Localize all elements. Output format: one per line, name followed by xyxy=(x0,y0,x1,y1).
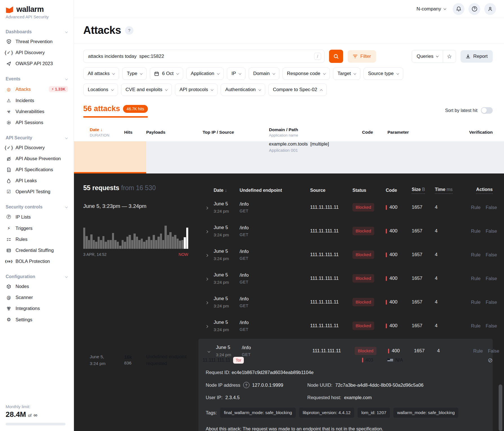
sidebar-item-api-abuse-prevention[interactable]: API Abuse Prevention xyxy=(0,153,74,164)
sidebar-nav: Dashboards Threat Prevention {✓} API Dis… xyxy=(0,22,74,325)
main-content: N-company Attacks ? / xyxy=(74,0,504,431)
sort-toggle[interactable] xyxy=(481,107,493,114)
sidebar-item-scanner[interactable]: @ Scanner xyxy=(0,292,74,303)
chevron-down-icon xyxy=(112,72,115,75)
filter-chip-target[interactable]: Target xyxy=(333,67,360,80)
sidebar-item-triggers[interactable]: ⚡ Triggers xyxy=(0,223,74,234)
sidebar-item-openapi-testing[interactable]: ☑ OpenAPI Testing xyxy=(0,186,74,197)
sidebar-item-nodes[interactable]: Nodes xyxy=(0,281,74,292)
report-button[interactable]: Report xyxy=(461,50,493,63)
sidebar-item-incidents[interactable]: ⚠ Incidents xyxy=(0,95,74,106)
sidebar-item-api-sessions[interactable]: API Sessions xyxy=(0,117,74,128)
attack-top-ip[interactable]: 11.111.111.11 Tor xyxy=(203,357,269,364)
filter-chip-application[interactable]: Application xyxy=(186,67,224,80)
notifications-button[interactable] xyxy=(453,3,464,15)
chevron-down-icon[interactable] xyxy=(208,350,211,353)
filter-chip-api-protocols[interactable]: API protocols xyxy=(175,83,218,96)
profile-button[interactable] xyxy=(484,3,496,15)
rcol-date[interactable]: Date ↓ xyxy=(214,188,240,193)
help-button[interactable] xyxy=(468,3,480,15)
col-parameter: Parameter xyxy=(387,130,461,135)
chevron-right-icon[interactable] xyxy=(205,206,208,209)
sidebar-item-api-leaks[interactable]: API Leaks xyxy=(0,175,74,186)
filter-chip-date[interactable]: 6 Oct xyxy=(150,67,183,80)
chevron-down-icon xyxy=(65,136,68,139)
sidebar-item-bola-protection[interactable]: {ɪᴅ} BOLA Protection xyxy=(0,256,74,267)
sidebar-item-vulnerabilities[interactable]: ☣ Vulnerabilities xyxy=(0,106,74,117)
queries-button[interactable]: Queries xyxy=(412,50,443,63)
section-api-security[interactable]: API Security xyxy=(0,134,74,142)
filter-chip-response-code[interactable]: Response code xyxy=(282,67,330,80)
filter-chip-compare-spec[interactable]: Compare to Spec-02 xyxy=(268,83,327,96)
attack-payload[interactable]: Undefined endpoint requested xyxy=(146,353,189,367)
filter-chip-domain[interactable]: Domain xyxy=(249,67,279,80)
chevron-right-icon[interactable] xyxy=(205,254,208,257)
sidebar-item-label: API Sessions xyxy=(16,120,43,125)
sidebar-item-ip-lists[interactable]: Ⓟ IP Lists xyxy=(0,211,74,223)
chevron-right-icon[interactable] xyxy=(205,278,208,280)
col-verification: Verification xyxy=(461,130,493,135)
calendar-icon xyxy=(154,71,159,76)
col-domain: Domain / Path xyxy=(269,127,298,132)
chevron-down-icon xyxy=(396,72,399,75)
search-button[interactable] xyxy=(329,50,343,63)
chevron-down-icon xyxy=(217,72,220,75)
chevron-down-icon[interactable] xyxy=(82,359,84,362)
sidebar-item-integrations[interactable]: Integrations xyxy=(0,303,74,314)
toggle-knob xyxy=(481,108,487,113)
chevron-right-icon[interactable] xyxy=(205,230,208,233)
chevron-right-icon[interactable] xyxy=(205,325,208,328)
attacks-count: 56 attacks xyxy=(83,104,120,113)
filter-chip-ip[interactable]: IP xyxy=(227,67,246,80)
top-bar: N-company xyxy=(74,0,504,18)
company-selector[interactable]: N-company xyxy=(417,6,446,12)
filter-chip-type[interactable]: Type xyxy=(122,67,147,80)
filter-chip-cve[interactable]: CVE and exploits xyxy=(121,83,172,96)
queries-group: Queries ☆ xyxy=(412,50,456,63)
section-security-controls[interactable]: Security controls xyxy=(0,203,74,211)
requests-histogram[interactable] xyxy=(83,226,188,249)
col-date[interactable]: Date ↓ xyxy=(90,127,103,132)
filter-button[interactable]: Filter xyxy=(348,50,376,63)
section-dashboards[interactable]: Dashboards xyxy=(0,28,74,36)
attack-domain[interactable]: example.com.tools [multiple] Application… xyxy=(269,141,362,431)
chevron-down-icon xyxy=(436,54,439,57)
attack-parameter: N/A xyxy=(387,358,461,363)
sidebar-item-settings[interactable]: ⚙ Settings xyxy=(0,314,74,325)
sidebar-item-label: Vulnerabilities xyxy=(16,109,44,114)
chevron-right-icon[interactable] xyxy=(205,301,208,304)
sidebar-item-owasp-api-2023[interactable]: OWASP API 2023 xyxy=(0,58,74,69)
filter-chip-locations[interactable]: Locations xyxy=(83,83,118,96)
brand-name: wallarm xyxy=(16,5,44,14)
sidebar-item-rules[interactable]: Rules xyxy=(0,234,74,245)
chevron-down-icon xyxy=(323,72,326,75)
sidebar-item-credential-stuffing[interactable]: Credential Stuffing xyxy=(0,245,74,256)
chevron-down-icon xyxy=(354,72,356,75)
sidebar-item-threat-prevention[interactable]: Threat Prevention xyxy=(0,36,74,47)
filter-chip-authentication[interactable]: Authentication xyxy=(221,83,265,96)
filter-chip-source-type[interactable]: Source type xyxy=(363,67,403,80)
sidebar-item-attacks[interactable]: ◎ Attacks ⚡1.33K xyxy=(0,83,74,95)
tab-attacks[interactable]: 56 attacks 46.7K hits xyxy=(83,104,148,118)
brand[interactable]: wallarm xyxy=(0,5,74,14)
monthly-limit-progressbar xyxy=(6,423,65,425)
node-ip-help-icon[interactable]: ? xyxy=(243,382,249,388)
filter-chips: All attacks Type 6 Oct Application IP Do… xyxy=(74,63,504,96)
document-icon xyxy=(6,168,12,172)
shield-bolt-icon xyxy=(6,39,12,44)
filter-chip-all-attacks[interactable]: All attacks xyxy=(83,67,119,80)
section-events[interactable]: Events xyxy=(0,75,74,83)
sidebar-item-api-discovery[interactable]: {✓} API Discovery xyxy=(0,47,74,58)
favorite-button[interactable]: ☆ xyxy=(443,50,456,63)
page-help-button[interactable]: ? xyxy=(125,26,133,35)
attack-row[interactable]: June 5, 3:24 pm 16k 836 Undefined endpoi… xyxy=(74,141,504,173)
sidebar-item-api-discovery-2[interactable]: {✓} API Discovery xyxy=(0,142,74,153)
code-severity-bar xyxy=(362,358,363,362)
scanner-icon: @ xyxy=(6,295,12,300)
attack-verification[interactable]: ⊘ xyxy=(461,357,493,364)
search-input[interactable] xyxy=(83,50,325,63)
section-configuration[interactable]: Configuration xyxy=(0,272,74,281)
sidebar-item-api-specifications[interactable]: API Specifications xyxy=(0,164,74,175)
wallarm-logo-icon xyxy=(6,6,14,13)
target-icon: ◎ xyxy=(6,87,12,92)
